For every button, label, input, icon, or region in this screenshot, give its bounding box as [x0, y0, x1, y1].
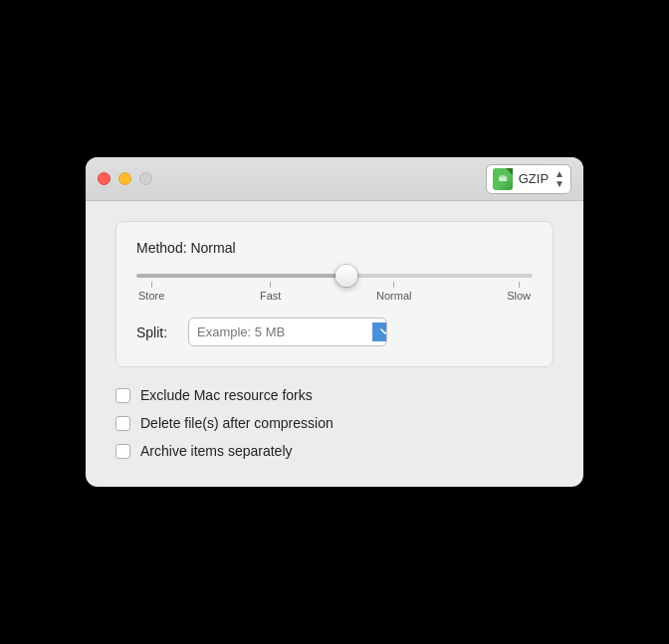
- exclude-mac-checkbox[interactable]: [115, 388, 130, 403]
- titlebar: GZIP ▲ ▼: [86, 157, 583, 201]
- checkbox-section: Exclude Mac resource forks Delete file(s…: [115, 387, 554, 459]
- tick-mark-slow: [519, 282, 520, 288]
- slider-thumb[interactable]: [335, 265, 357, 287]
- exclude-mac-label: Exclude Mac resource forks: [140, 387, 313, 403]
- tick-mark-normal: [393, 282, 394, 288]
- chevron-down-icon: [380, 328, 387, 335]
- split-row: Split:: [136, 318, 533, 346]
- stepper-arrows: ▲ ▼: [555, 169, 564, 189]
- stepper-up-icon: ▲: [555, 169, 564, 179]
- checkbox-row-delete-after: Delete file(s) after compression: [115, 415, 554, 431]
- tick-mark-store: [151, 282, 152, 288]
- slider-ticks: Store Fast Normal Slow: [136, 282, 533, 302]
- tick-label-store: Store: [138, 290, 164, 302]
- close-button[interactable]: [98, 172, 111, 185]
- split-input-wrapper: [188, 318, 387, 346]
- format-selector[interactable]: GZIP ▲ ▼: [486, 164, 571, 194]
- tick-store: Store: [138, 282, 164, 302]
- stepper-down-icon: ▼: [555, 179, 564, 189]
- main-window: GZIP ▲ ▼ Method: Normal Store: [86, 157, 583, 487]
- archive-separately-checkbox[interactable]: [115, 444, 130, 459]
- delete-after-label: Delete file(s) after compression: [140, 415, 334, 431]
- slider-track[interactable]: [136, 274, 533, 278]
- tick-mark-fast: [270, 282, 271, 288]
- tick-label-fast: Fast: [260, 290, 281, 302]
- gzip-icon: [493, 168, 513, 190]
- tick-fast: Fast: [260, 282, 281, 302]
- format-label: GZIP: [519, 171, 549, 186]
- minimize-button[interactable]: [118, 172, 131, 185]
- split-dropdown-button[interactable]: [372, 322, 387, 341]
- compression-panel: Method: Normal Store Fast: [115, 221, 554, 367]
- delete-after-checkbox[interactable]: [115, 416, 130, 431]
- checkbox-row-archive-separately: Archive items separately: [115, 443, 554, 459]
- checkbox-row-exclude-mac: Exclude Mac resource forks: [115, 387, 554, 403]
- tick-slow: Slow: [507, 282, 531, 302]
- zoom-button[interactable]: [139, 172, 152, 185]
- split-label: Split:: [136, 324, 176, 340]
- tick-label-normal: Normal: [376, 290, 411, 302]
- tick-label-slow: Slow: [507, 290, 531, 302]
- slider-container[interactable]: Store Fast Normal Slow: [136, 274, 533, 302]
- content-area: Method: Normal Store Fast: [86, 201, 583, 487]
- split-input[interactable]: [189, 319, 372, 345]
- tick-normal: Normal: [376, 282, 411, 302]
- traffic-lights: [98, 172, 152, 185]
- method-label: Method: Normal: [136, 240, 533, 256]
- archive-separately-label: Archive items separately: [140, 443, 293, 459]
